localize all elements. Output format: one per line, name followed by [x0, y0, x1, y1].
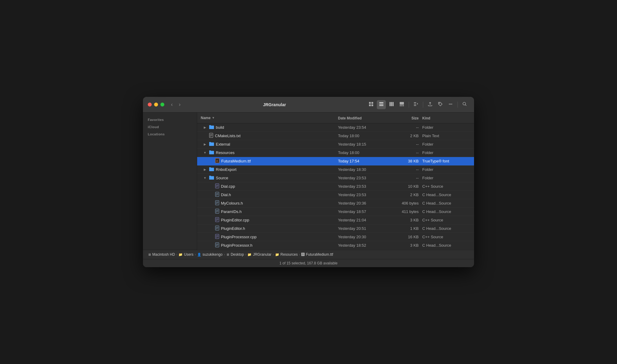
kind-column-label: Kind: [422, 116, 430, 120]
file-date: Yesterday 23:53: [338, 176, 392, 180]
file-name: Dial.h: [221, 193, 231, 197]
file-date: Yesterday 23:54: [338, 125, 392, 130]
disclosure-icon[interactable]: ▶: [203, 143, 207, 146]
breadcrumb-item[interactable]: 👤suzukikengo: [197, 252, 223, 257]
breadcrumb-icon: 👤: [197, 253, 201, 257]
table-row[interactable]: ▶ External Yesterday 18:15 -- Folder: [197, 140, 474, 149]
svg-rect-4: [379, 102, 383, 103]
more-button[interactable]: [446, 100, 455, 109]
close-button[interactable]: [148, 103, 152, 106]
file-size: --: [392, 167, 422, 172]
file-date: Yesterday 23:53: [338, 184, 392, 189]
table-row[interactable]: A FuturaMedium.ttf Today 17:54 38 KB Tru…: [197, 157, 474, 165]
breadcrumb-item[interactable]: 📁Resources: [275, 252, 298, 257]
col-date-header[interactable]: Date Modified: [338, 115, 392, 121]
breadcrumb-bar: 🖥Macintosh HD›📁Users›👤suzukikengo›🖥Deskt…: [143, 250, 474, 259]
col-name-header[interactable]: Name ▼: [201, 116, 338, 120]
view-gallery-button[interactable]: [397, 100, 406, 109]
svg-rect-7: [389, 102, 391, 106]
table-row[interactable]: PluginProcessor.h Yesterday 18:52 3 KB C…: [197, 241, 474, 250]
svg-point-18: [449, 103, 450, 104]
traffic-lights: [148, 103, 164, 106]
file-icon: [215, 226, 219, 231]
status-bar: 🖥Macintosh HD›📁Users›👤suzukikengo›🖥Deskt…: [143, 250, 474, 267]
file-date: Yesterday 21:04: [338, 218, 392, 222]
tag-button[interactable]: [436, 100, 445, 109]
svg-rect-12: [401, 105, 402, 106]
svg-rect-5: [379, 104, 383, 104]
back-button[interactable]: ‹: [169, 100, 175, 109]
table-row[interactable]: PluginProcessor.cpp Yesterday 20:30 16 K…: [197, 233, 474, 241]
forward-button[interactable]: ›: [177, 100, 182, 109]
file-size: 411 bytes: [392, 209, 422, 214]
table-row[interactable]: PluginEditor.cpp Yesterday 21:04 3 KB C+…: [197, 216, 474, 224]
minimize-button[interactable]: [154, 103, 158, 106]
name-column-label: Name: [201, 116, 211, 120]
file-date: Today 17:54: [338, 159, 392, 163]
breadcrumb-label: suzukikengo: [203, 252, 223, 257]
view-icons-button[interactable]: [367, 100, 376, 109]
share-button[interactable]: [426, 100, 435, 109]
table-row[interactable]: MyColours.h Yesterday 20:36 406 bytes C …: [197, 199, 474, 208]
file-kind: C++ Source: [422, 218, 470, 222]
disclosure-icon[interactable]: ▶: [203, 126, 207, 129]
file-kind: C Head...Source: [422, 193, 470, 197]
disclosure-icon[interactable]: ▼: [203, 176, 207, 180]
status-text: 1 of 15 selected, 167.8 GB available: [143, 259, 474, 267]
file-icon: [215, 242, 219, 248]
table-row[interactable]: ParamIDs.h Yesterday 18:57 411 bytes C H…: [197, 208, 474, 216]
file-icon: [215, 200, 219, 206]
svg-rect-11: [400, 105, 401, 106]
table-row[interactable]: ▼ Source Yesterday 23:53 -- Folder: [197, 174, 474, 182]
search-button[interactable]: [460, 100, 469, 109]
view-list-button[interactable]: [377, 100, 386, 109]
col-kind-header[interactable]: Kind: [422, 115, 470, 121]
breadcrumb-item[interactable]: 🖥Macintosh HD: [148, 252, 175, 257]
date-column-label: Date Modified: [338, 116, 362, 120]
table-row[interactable]: ▼ Resources Today 18:00 -- Folder: [197, 149, 474, 157]
file-date: Yesterday 18:52: [338, 243, 392, 248]
table-row[interactable]: ▶ RnboExport Yesterday 18:30 -- Folder: [197, 165, 474, 174]
file-name: PluginProcessor.h: [221, 243, 253, 248]
file-name: CMakeLists.txt: [215, 134, 240, 138]
maximize-button[interactable]: [160, 103, 164, 106]
sort-arrow: ▼: [212, 116, 215, 119]
group-button[interactable]: [411, 100, 420, 109]
svg-point-19: [450, 103, 451, 104]
file-list-container: Name ▼ Date Modified Size Kind ▶ buil: [197, 113, 474, 250]
file-size: 2 KB: [392, 134, 422, 138]
file-kind: C Head...Source: [422, 243, 470, 248]
breadcrumb-item[interactable]: 🅰FuturaMedium.ttf: [301, 252, 333, 257]
file-kind: C Head...Source: [422, 226, 470, 231]
file-size: 406 bytes: [392, 201, 422, 205]
file-size: --: [392, 176, 422, 180]
sidebar-section-icloud: iCloud: [143, 123, 197, 129]
breadcrumb-item[interactable]: 📁JRGranular: [247, 252, 271, 257]
disclosure-icon[interactable]: ▶: [203, 168, 207, 171]
svg-rect-8: [391, 102, 392, 106]
file-name: PluginEditor.cpp: [221, 218, 249, 222]
file-name: PluginProcessor.cpp: [221, 235, 257, 239]
table-row[interactable]: ▶ build Yesterday 23:54 -- Folder: [197, 123, 474, 132]
table-row[interactable]: Dial.cpp Yesterday 23:53 10 KB C++ Sourc…: [197, 182, 474, 191]
breadcrumb-separator: ›: [176, 252, 177, 257]
breadcrumb-label: FuturaMedium.ttf: [306, 252, 333, 257]
view-columns-button[interactable]: [387, 100, 396, 109]
breadcrumb-item[interactable]: 📁Users: [178, 252, 193, 257]
table-row[interactable]: PluginEditor.h Yesterday 20:51 1 KB C He…: [197, 224, 474, 233]
breadcrumb-label: Users: [184, 252, 193, 257]
disclosure-icon[interactable]: ▼: [203, 151, 207, 154]
table-row[interactable]: CMakeLists.txt Today 18:00 2 KB Plain Te…: [197, 132, 474, 140]
svg-rect-14: [414, 102, 416, 103]
file-icon: [215, 234, 219, 240]
svg-rect-0: [369, 102, 371, 104]
table-row[interactable]: Dial.h Yesterday 23:53 2 KB C Head...Sou…: [197, 191, 474, 199]
toolbar: ‹ › JRGranular: [143, 97, 474, 113]
file-icon: [215, 209, 219, 214]
breadcrumb-icon: 📁: [275, 253, 279, 257]
file-date: Yesterday 18:15: [338, 142, 392, 147]
breadcrumb-item[interactable]: 🖥Desktop: [226, 252, 244, 257]
main-area: Favorites iCloud Locations Name ▼ Date M…: [143, 113, 474, 250]
col-size-header[interactable]: Size: [392, 115, 422, 121]
file-size: 2 KB: [392, 193, 422, 197]
